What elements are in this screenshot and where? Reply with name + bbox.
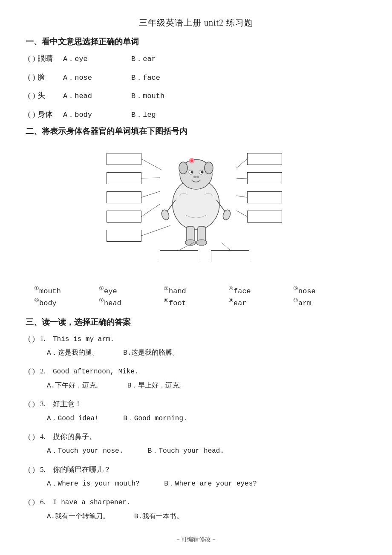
s3-optA-2: A.下午好，迈克。 bbox=[47, 382, 103, 390]
svg-line-28 bbox=[236, 211, 247, 217]
body-box-left-5 bbox=[107, 230, 141, 242]
word-item-8: ⑧foot bbox=[164, 297, 228, 307]
body-box-right-2 bbox=[247, 172, 282, 184]
optA-4: A．body bbox=[63, 109, 106, 122]
s3-bracket-5: ( ) bbox=[26, 463, 37, 477]
s3-bracket-1: ( ) bbox=[26, 332, 37, 346]
s3-optA-3: A．Good idea! bbox=[47, 415, 99, 422]
bracket-3: ( ) bbox=[26, 89, 37, 102]
chinese-2: 脸 bbox=[37, 70, 63, 84]
s3-num-5: 5. bbox=[40, 463, 53, 477]
s3-num-6: 6. bbox=[40, 495, 53, 509]
body-box-left-4 bbox=[107, 211, 141, 223]
svg-point-11 bbox=[190, 159, 193, 162]
s3-num-4: 4. bbox=[40, 430, 53, 444]
section3-title: 三、读一读，选择正确的答案 bbox=[26, 317, 366, 328]
section1-questions: ( ) 眼睛 A．eye B．ear ( ) 脸 A．nose B．face (… bbox=[26, 52, 366, 121]
diagram-container bbox=[81, 145, 311, 281]
body-box-right-3 bbox=[247, 191, 282, 203]
body-box-left-2 bbox=[107, 172, 141, 184]
s3-answers-6: A.我有一个转笔刀。 B.我有一本书。 bbox=[26, 510, 366, 523]
word-item-6: ⑥body bbox=[34, 297, 99, 307]
svg-point-7 bbox=[201, 171, 203, 173]
s3-text-3: 好主意！ bbox=[53, 397, 82, 411]
bracket-4: ( ) bbox=[26, 107, 37, 121]
bracket-1: ( ) bbox=[26, 52, 37, 65]
svg-point-13 bbox=[160, 209, 170, 221]
s3-optB-1: B.这是我的胳膊。 bbox=[123, 349, 179, 357]
sheep-figure bbox=[158, 149, 234, 247]
svg-line-21 bbox=[141, 178, 160, 178]
q-line-3: ( ) 3. 好主意！ bbox=[26, 397, 366, 411]
s3-optB-4: B．Touch your head. bbox=[148, 447, 224, 455]
s3-answers-4: A．Touch your nose. B．Touch your head. bbox=[26, 445, 366, 457]
s3-num-2: 2. bbox=[40, 364, 53, 378]
s3-text-1: This is my arm. bbox=[53, 333, 114, 346]
s3-optA-5: A．Where is your mouth? bbox=[47, 480, 140, 488]
optA-1: A．eye bbox=[63, 53, 106, 66]
word-item-10: ⑩arm bbox=[293, 297, 358, 307]
s3-optB-6: B.我有一本书。 bbox=[134, 513, 183, 520]
svg-point-15 bbox=[222, 209, 231, 221]
s3-text-6: I have a sharpener. bbox=[53, 496, 130, 509]
svg-point-18 bbox=[185, 240, 196, 246]
svg-point-8 bbox=[193, 176, 196, 178]
s1-question-1: ( ) 眼睛 A．eye B．ear bbox=[26, 52, 366, 66]
q-line-4: ( ) 4. 摸你的鼻子。 bbox=[26, 430, 366, 444]
s3-optB-2: B．早上好，迈克。 bbox=[127, 382, 186, 390]
chinese-3: 头 bbox=[37, 89, 63, 102]
svg-point-3 bbox=[205, 162, 213, 174]
s3-optB-5: B．Where are your eyes? bbox=[164, 480, 257, 488]
body-box-left-1 bbox=[107, 153, 141, 165]
s3-optA-4: A．Touch your nose. bbox=[47, 447, 123, 455]
svg-point-5 bbox=[191, 171, 193, 173]
diagram-section: ①mouth②eye③hand④face⑤nose⑥body⑦head⑧foot… bbox=[26, 145, 366, 309]
s1-question-3: ( ) 头 A．head B．mouth bbox=[26, 89, 366, 103]
options-3: A．head B．mouth bbox=[63, 90, 174, 103]
svg-line-26 bbox=[236, 178, 247, 179]
optB-4: B．leg bbox=[131, 109, 174, 122]
body-box-bottom-1 bbox=[160, 250, 198, 262]
svg-line-27 bbox=[236, 196, 247, 197]
optA-2: A．nose bbox=[63, 72, 106, 85]
optB-3: B．mouth bbox=[131, 90, 174, 103]
s3-bracket-3: ( ) bbox=[26, 397, 37, 411]
s3-question-3: ( ) 3. 好主意！ A．Good idea! B．Good morning. bbox=[26, 397, 366, 425]
s3-answers-3: A．Good idea! B．Good morning. bbox=[26, 412, 366, 425]
chinese-4: 身体 bbox=[37, 107, 63, 121]
optA-3: A．head bbox=[63, 90, 106, 103]
s3-text-4: 摸你的鼻子。 bbox=[53, 430, 96, 444]
s3-num-3: 3. bbox=[40, 397, 53, 411]
body-box-right-4 bbox=[247, 211, 282, 223]
options-1: A．eye B．ear bbox=[63, 53, 174, 66]
s3-answers-5: A．Where is your mouth? B．Where are your … bbox=[26, 477, 366, 490]
s3-bracket-2: ( ) bbox=[26, 364, 37, 378]
s3-answers-1: A．这是我的腿。 B.这是我的胳膊。 bbox=[26, 347, 366, 359]
footer-note: －可编辑修改－ bbox=[26, 536, 366, 543]
s3-question-4: ( ) 4. 摸你的鼻子。 A．Touch your nose. B．Touch… bbox=[26, 430, 366, 458]
svg-point-9 bbox=[196, 176, 199, 178]
body-box-right-1 bbox=[247, 153, 282, 165]
word-labels: ①mouth②eye③hand④face⑤nose⑥body⑦head⑧foot… bbox=[26, 285, 366, 309]
optB-1: B．ear bbox=[131, 53, 174, 66]
chinese-1: 眼睛 bbox=[37, 52, 63, 65]
word-item-3: ③hand bbox=[164, 285, 228, 295]
word-item-7: ⑦head bbox=[99, 297, 164, 307]
optB-2: B．face bbox=[131, 72, 174, 85]
word-row-2: ⑥body⑦head⑧foot⑨ear⑩arm bbox=[34, 297, 358, 307]
q-line-6: ( ) 6. I have a sharpener. bbox=[26, 495, 366, 509]
body-box-bottom-2 bbox=[211, 250, 249, 262]
options-4: A．body B．leg bbox=[63, 109, 174, 122]
svg-point-19 bbox=[196, 240, 207, 246]
body-box-left-3 bbox=[107, 191, 141, 203]
bracket-2: ( ) bbox=[26, 70, 37, 84]
svg-line-25 bbox=[236, 159, 247, 168]
section3-questions: ( ) 1. This is my arm. A．这是我的腿。 B.这是我的胳膊… bbox=[26, 332, 366, 523]
section2-title: 二、将表示身体各器官的单词填在下图括号内 bbox=[26, 126, 366, 137]
svg-line-23 bbox=[141, 204, 160, 217]
s1-question-2: ( ) 脸 A．nose B．face bbox=[26, 70, 366, 85]
word-item-9: ⑨ear bbox=[228, 297, 293, 307]
s3-text-2: Good afternoon, Mike. bbox=[53, 365, 139, 378]
s3-question-2: ( ) 2. Good afternoon, Mike. A.下午好，迈克。 B… bbox=[26, 364, 366, 392]
options-2: A．nose B．face bbox=[63, 72, 174, 85]
